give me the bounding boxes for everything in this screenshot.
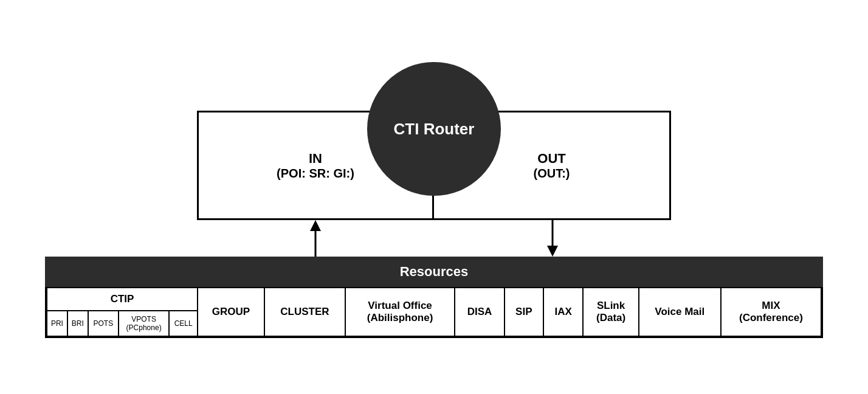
svg-marker-1 xyxy=(310,220,321,231)
iax-cell: IAX xyxy=(543,288,583,336)
in-text: IN (POI: SR: GI:) xyxy=(277,151,354,181)
resource-header-row: CTIP GROUP CLUSTER Virtual Office(Abilis… xyxy=(47,288,821,311)
cti-router-label: CTI Router xyxy=(394,120,475,139)
ctip-pots: POTS xyxy=(88,311,119,336)
ctip-pri: PRI xyxy=(47,311,67,336)
upper-section: CTI Router IN (POI: SR: GI:) OUT (OUT:) xyxy=(197,111,671,220)
ctip-bri: BRI xyxy=(67,311,88,336)
out-text: OUT (OUT:) xyxy=(534,151,570,181)
ctip-header: CTIP xyxy=(47,288,198,311)
sip-cell: SIP xyxy=(505,288,543,336)
voicemail-cell: Voice Mail xyxy=(639,288,721,336)
arrow-down-container xyxy=(434,220,671,257)
arrow-up-icon xyxy=(306,220,325,257)
slink-cell: SLink(Data) xyxy=(583,288,638,336)
svg-marker-3 xyxy=(547,246,558,257)
lower-diagram: Resources CTIP GROUP CLUSTER Virtual Off… xyxy=(39,257,829,338)
ctip-cell: CELL xyxy=(169,311,198,336)
arrow-down-icon xyxy=(543,220,562,257)
cti-router-node: CTI Router xyxy=(367,62,501,196)
arrows-row xyxy=(197,220,671,257)
resource-table: CTIP GROUP CLUSTER Virtual Office(Abilis… xyxy=(45,287,823,338)
diagram-container: CTI Router IN (POI: SR: GI:) OUT (OUT:) xyxy=(39,56,829,338)
disa-cell: DISA xyxy=(455,288,504,336)
resources-label: Resources xyxy=(400,264,469,279)
cluster-cell: CLUSTER xyxy=(264,288,345,336)
arrow-up-container xyxy=(197,220,434,257)
ctip-vpots: VPOTS(PCphone) xyxy=(119,311,169,336)
mix-cell: MIX(Conference) xyxy=(721,288,821,336)
group-cell: GROUP xyxy=(198,288,264,336)
resources-bar: Resources xyxy=(45,257,823,287)
virtual-office-cell: Virtual Office(Abilisphone) xyxy=(345,288,455,336)
